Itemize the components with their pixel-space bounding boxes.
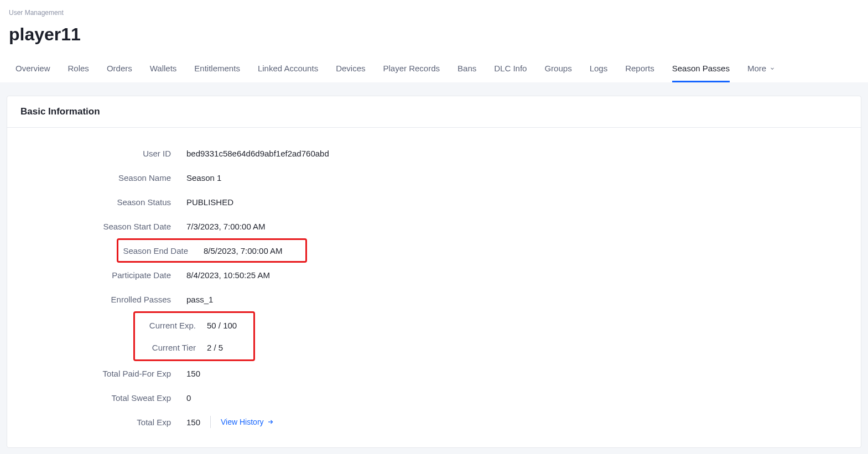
breadcrumb[interactable]: User Management	[9, 9, 859, 17]
header-region: User Management player11 Overview Roles …	[0, 0, 868, 82]
tab-logs[interactable]: Logs	[590, 58, 608, 82]
chevron-down-icon	[770, 66, 775, 71]
tab-bans[interactable]: Bans	[458, 58, 476, 82]
label-total-sweat-exp: Total Sweat Exp	[20, 393, 186, 403]
tab-roles[interactable]: Roles	[68, 58, 89, 82]
label-season-name: Season Name	[20, 173, 186, 182]
arrow-right-icon	[267, 419, 274, 425]
total-exp-value-group: 150 View History	[186, 416, 274, 428]
tab-devices[interactable]: Devices	[336, 58, 365, 82]
row-season-name: Season Name Season 1	[20, 165, 848, 190]
row-participate-date: Participate Date 8/4/2023, 10:50:25 AM	[20, 263, 848, 287]
label-current-tier: Current Tier	[135, 343, 196, 352]
row-enrolled-passes: Enrolled Passes pass_1	[20, 287, 848, 311]
label-current-exp: Current Exp.	[135, 321, 196, 330]
label-total-exp: Total Exp	[20, 418, 186, 427]
value-total-exp: 150	[186, 418, 200, 427]
row-total-sweat-exp: Total Sweat Exp 0	[20, 385, 848, 410]
card-header: Basic Information	[7, 96, 861, 128]
row-total-paidfor-exp: Total Paid-For Exp 150	[20, 361, 848, 385]
value-total-paidfor-exp: 150	[186, 369, 200, 378]
value-total-sweat-exp: 0	[186, 393, 191, 403]
label-season-start: Season Start Date	[20, 222, 186, 231]
tab-orders[interactable]: Orders	[107, 58, 132, 82]
value-season-start: 7/3/2023, 7:00:00 AM	[186, 222, 266, 231]
label-enrolled-passes: Enrolled Passes	[20, 295, 186, 304]
value-enrolled-passes: pass_1	[186, 295, 213, 304]
tab-wallets[interactable]: Wallets	[150, 58, 177, 82]
tab-more[interactable]: More	[747, 58, 775, 82]
label-total-paidfor-exp: Total Paid-For Exp	[20, 369, 186, 378]
label-season-status: Season Status	[20, 197, 186, 207]
highlight-current-exp-tier: Current Exp. 50 / 100 Current Tier 2 / 5	[133, 311, 255, 361]
row-season-status: Season Status PUBLISHED	[20, 190, 848, 214]
basic-info-card: Basic Information User ID bed9331c58e64d…	[7, 96, 861, 448]
tabs: Overview Roles Orders Wallets Entitlemen…	[9, 58, 859, 82]
view-history-label: View History	[221, 418, 264, 426]
value-user-id: bed9331c58e64d6d9abf1ef2ad760abd	[186, 149, 329, 158]
page-title: player11	[9, 24, 859, 45]
value-season-name: Season 1	[186, 173, 221, 182]
tab-overview[interactable]: Overview	[15, 58, 50, 82]
row-current-tier: Current Tier 2 / 5	[135, 336, 253, 358]
label-user-id: User ID	[20, 149, 186, 158]
label-participate-date: Participate Date	[20, 270, 186, 280]
value-season-status: PUBLISHED	[186, 197, 233, 207]
card-title: Basic Information	[20, 106, 848, 117]
view-history-link[interactable]: View History	[210, 416, 274, 428]
tab-reports[interactable]: Reports	[625, 58, 654, 82]
value-season-end: 8/5/2023, 7:00:00 AM	[188, 246, 283, 255]
row-season-start: Season Start Date 7/3/2023, 7:00:00 AM	[20, 214, 848, 238]
tab-groups[interactable]: Groups	[544, 58, 571, 82]
tab-linked-accounts[interactable]: Linked Accounts	[258, 58, 318, 82]
tab-dlc-info[interactable]: DLC Info	[494, 58, 527, 82]
tab-entitlements[interactable]: Entitlements	[194, 58, 240, 82]
label-season-end: Season End Date	[118, 246, 188, 255]
highlight-season-end: Season End Date 8/5/2023, 7:00:00 AM	[117, 238, 307, 263]
value-current-tier: 2 / 5	[196, 343, 223, 352]
row-total-exp: Total Exp 150 View History	[20, 410, 848, 434]
value-participate-date: 8/4/2023, 10:50:25 AM	[186, 270, 270, 280]
tab-season-passes[interactable]: Season Passes	[672, 58, 730, 82]
tab-player-records[interactable]: Player Records	[383, 58, 440, 82]
row-current-exp: Current Exp. 50 / 100	[135, 314, 253, 336]
value-current-exp: 50 / 100	[196, 321, 237, 330]
content-background: Basic Information User ID bed9331c58e64d…	[0, 82, 868, 454]
info-list: User ID bed9331c58e64d6d9abf1ef2ad760abd…	[7, 128, 861, 447]
tab-more-label: More	[747, 64, 766, 73]
row-user-id: User ID bed9331c58e64d6d9abf1ef2ad760abd	[20, 141, 848, 165]
